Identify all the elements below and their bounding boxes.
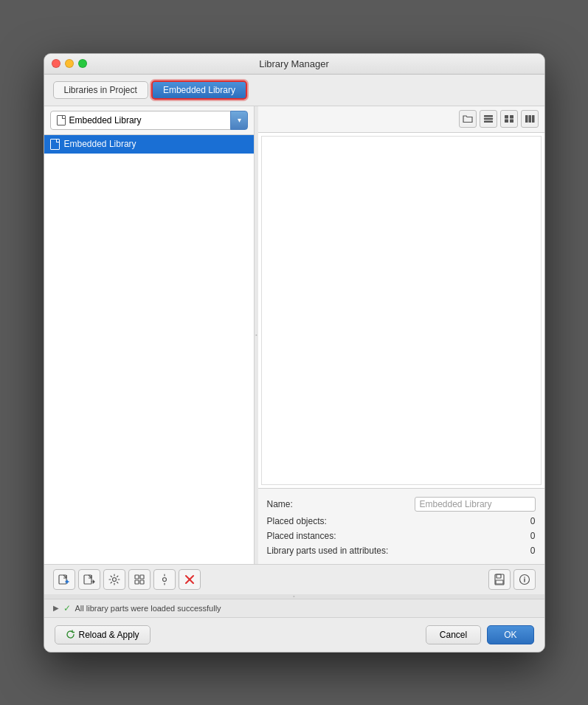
- delete-btn[interactable]: [179, 569, 201, 590]
- svg-rect-22: [496, 580, 503, 584]
- dropdown-value: Embedded Library: [69, 115, 142, 125]
- content-area: Embedded Library ▾ Embedded Library •: [44, 106, 544, 564]
- dropdown-arrow[interactable]: ▾: [230, 111, 248, 130]
- close-button[interactable]: [52, 59, 60, 68]
- svg-rect-9: [532, 115, 535, 123]
- placed-instances-label: Placed instances:: [267, 531, 415, 541]
- status-expand-icon[interactable]: ▶: [53, 604, 59, 612]
- dropdown-bar: Embedded Library ▾: [44, 106, 255, 135]
- cancel-button[interactable]: Cancel: [426, 625, 481, 644]
- window-title: Library Manager: [259, 58, 329, 69]
- svg-rect-3: [505, 115, 508, 119]
- name-row: Name:: [267, 495, 536, 514]
- list-view-icon[interactable]: [480, 110, 497, 128]
- maximize-button[interactable]: [78, 59, 87, 68]
- traffic-lights: [52, 59, 87, 68]
- reload-apply-label: Reload & Apply: [79, 630, 139, 640]
- svg-rect-8: [528, 115, 531, 123]
- reload-apply-button[interactable]: Reload & Apply: [55, 625, 151, 644]
- placed-objects-row: Placed objects: 0: [267, 514, 536, 529]
- library-parts-value: 0: [415, 546, 536, 556]
- left-panel: Embedded Library ▾ Embedded Library: [44, 106, 255, 564]
- settings-btn[interactable]: [103, 569, 125, 590]
- svg-rect-13: [135, 575, 139, 579]
- options-btn[interactable]: [153, 569, 176, 590]
- right-toolbar: [258, 106, 544, 133]
- svg-rect-7: [525, 115, 528, 123]
- footer-left: Reload & Apply: [55, 625, 151, 644]
- svg-rect-1: [484, 118, 493, 120]
- svg-point-12: [112, 577, 116, 581]
- svg-rect-4: [510, 115, 513, 119]
- manage-btn[interactable]: [128, 569, 151, 590]
- name-input[interactable]: [415, 497, 536, 512]
- bottom-toolbar-left: [53, 569, 201, 590]
- svg-point-25: [524, 577, 525, 578]
- status-check-icon: ✓: [63, 603, 71, 613]
- library-manager-window: Library Manager Libraries in Project Emb…: [44, 53, 545, 653]
- placed-instances-value: 0: [415, 531, 536, 541]
- svg-rect-15: [135, 580, 139, 584]
- status-message: All library parts were loaded successful…: [75, 604, 221, 613]
- titlebar: Library Manager: [44, 54, 544, 75]
- svg-rect-5: [505, 120, 508, 123]
- footer: Reload & Apply Cancel OK: [44, 618, 544, 652]
- tab-bar: Libraries in Project Embedded Library: [44, 75, 544, 106]
- dropdown-icon: Embedded Library: [57, 115, 142, 125]
- info-btn[interactable]: [513, 569, 536, 590]
- minimize-button[interactable]: [65, 59, 74, 68]
- bottom-toolbar-right: [488, 569, 536, 590]
- grid-view-icon[interactable]: [500, 110, 518, 128]
- save-btn[interactable]: [488, 569, 511, 590]
- export-btn[interactable]: [78, 569, 100, 590]
- tab-embedded-library[interactable]: Embedded Library: [151, 80, 247, 100]
- status-bar: ▶ ✓ All library parts were loaded succes…: [44, 599, 544, 618]
- library-parts-row: Library parts used in attributes: 0: [267, 543, 536, 558]
- preview-area: [261, 136, 542, 485]
- svg-rect-14: [140, 575, 144, 579]
- library-parts-label: Library parts used in attributes:: [267, 546, 415, 556]
- doc-icon: [57, 115, 66, 125]
- ok-button[interactable]: OK: [487, 625, 533, 644]
- placed-objects-label: Placed objects:: [267, 516, 415, 526]
- columns-view-icon[interactable]: [521, 110, 539, 128]
- library-list[interactable]: Embedded Library: [44, 135, 255, 564]
- library-dropdown[interactable]: Embedded Library: [50, 111, 232, 130]
- list-item-doc-icon: [50, 139, 60, 150]
- list-item[interactable]: Embedded Library: [44, 135, 255, 154]
- name-label: Name:: [267, 499, 415, 509]
- svg-rect-0: [484, 115, 493, 117]
- list-item-label: Embedded Library: [64, 139, 136, 149]
- svg-rect-16: [140, 580, 144, 584]
- placed-objects-value: 0: [415, 516, 536, 526]
- svg-point-17: [162, 577, 166, 581]
- folder-view-icon[interactable]: [459, 110, 477, 128]
- bottom-toolbar: [44, 564, 544, 594]
- placed-instances-row: Placed instances: 0: [267, 529, 536, 543]
- svg-rect-21: [497, 574, 501, 578]
- right-panel: Name: Placed objects: 0 Placed instances…: [258, 106, 544, 564]
- svg-rect-6: [510, 120, 513, 123]
- info-section: Name: Placed objects: 0 Placed instances…: [258, 488, 544, 564]
- footer-right: Cancel OK: [426, 625, 534, 644]
- tab-libraries-in-project[interactable]: Libraries in Project: [53, 81, 148, 99]
- svg-rect-2: [484, 121, 493, 123]
- add-library-btn[interactable]: [53, 569, 75, 590]
